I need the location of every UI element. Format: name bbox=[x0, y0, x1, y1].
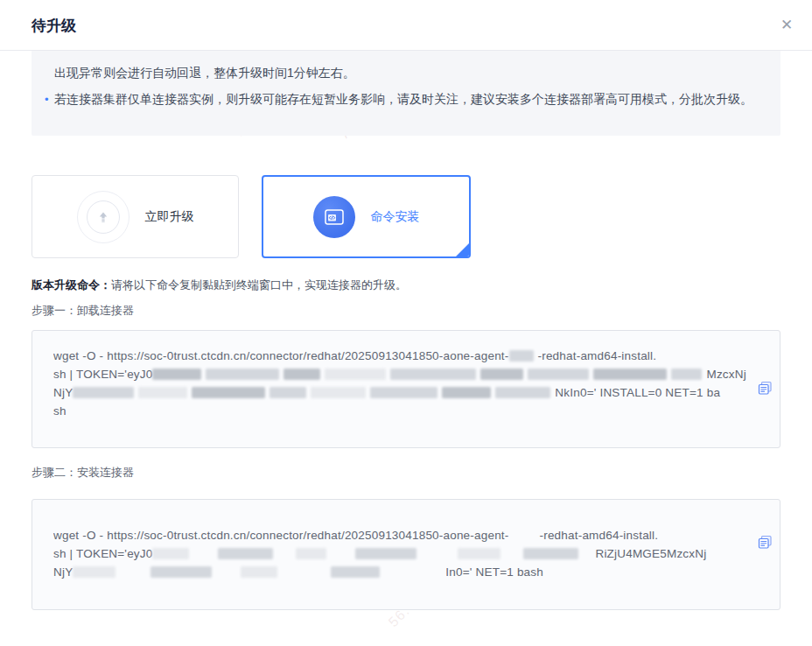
redacted-text bbox=[671, 369, 702, 380]
code-text: sh | TOKEN='eyJ0 bbox=[53, 368, 152, 381]
redacted-text bbox=[150, 566, 212, 578]
dialog-header: 待升级 ✕ bbox=[0, 0, 812, 51]
code-line: NjYNkIn0=' INSTALL=0 NET=1 ba bbox=[53, 383, 746, 402]
redacted-text bbox=[284, 369, 320, 380]
copy-icon[interactable] bbox=[758, 535, 774, 551]
copy-icon[interactable] bbox=[758, 381, 774, 397]
redacted-text bbox=[458, 548, 500, 559]
spacer bbox=[331, 557, 355, 558]
code-line: sh bbox=[53, 402, 746, 420]
code-text: MzcxNj bbox=[706, 368, 746, 381]
command-instructions: 版本升级命令：请将以下命令复制黏贴到终端窗口中，实现连接器的升级。 bbox=[32, 277, 407, 293]
redacted-text bbox=[311, 387, 366, 398]
redacted-text bbox=[390, 369, 476, 380]
code-text: sh | TOKEN='eyJ0 bbox=[53, 547, 152, 560]
command-instructions-text: 请将以下命令复制黏贴到终端窗口中，实现连接器的升级。 bbox=[111, 278, 407, 291]
code-text: -redhat-amd64-install. bbox=[540, 529, 659, 542]
command-install-card[interactable]: 命令安装 bbox=[262, 175, 471, 258]
spacer bbox=[509, 538, 540, 539]
code-line: wget -O - https://soc-0trust.ctcdn.cn/co… bbox=[53, 347, 746, 365]
spacer bbox=[384, 575, 445, 576]
redacted-text bbox=[192, 387, 265, 398]
command-install-label: 命令安装 bbox=[371, 209, 420, 225]
redacted-text bbox=[509, 350, 534, 362]
dialog-title: 待升级 bbox=[32, 16, 76, 36]
spacer bbox=[583, 557, 595, 558]
code-line: wget -O - https://soc-0trust.ctcdn.cn/co… bbox=[53, 526, 746, 544]
step2-label: 步骤二：安装连接器 bbox=[32, 465, 134, 481]
command-instructions-lead: 版本升级命令： bbox=[32, 278, 111, 291]
code-text: NjY bbox=[53, 386, 73, 399]
install-command-block: wget -O - https://soc-0trust.ctcdn.cn/co… bbox=[32, 499, 780, 610]
code-line: sh | TOKEN='eyJ0RiZjU4MGE5MzcxNj bbox=[53, 544, 746, 563]
spacer bbox=[120, 575, 150, 576]
redacted-text bbox=[528, 369, 589, 380]
redacted-text bbox=[331, 566, 380, 578]
spacer bbox=[193, 557, 218, 558]
spacer bbox=[277, 557, 296, 558]
code-text: wget -O - https://soc-0trust.ctcdn.cn/co… bbox=[53, 349, 509, 362]
spacer bbox=[505, 557, 523, 558]
selected-corner-badge bbox=[455, 242, 470, 257]
redacted-text bbox=[296, 548, 326, 559]
uninstall-command-block: wget -O - https://soc-0trust.ctcdn.cn/co… bbox=[32, 330, 780, 448]
spacer bbox=[216, 575, 241, 576]
redacted-text bbox=[152, 369, 201, 380]
redacted-text bbox=[152, 548, 189, 559]
notice-bullet-item: •若连接器集群仅单连接器实例，则升级可能存在短暂业务影响，请及时关注，建议安装多… bbox=[54, 88, 758, 110]
upgrade-now-label: 立即升级 bbox=[145, 209, 194, 225]
redacted-text bbox=[73, 387, 134, 398]
redacted-text bbox=[593, 369, 667, 380]
code-text: -redhat-amd64-install. bbox=[538, 349, 657, 362]
spacer bbox=[282, 575, 331, 576]
step1-label: 步骤一：卸载连接器 bbox=[32, 303, 134, 319]
notice-bullet-text: 若连接器集群仅单连接器实例，则升级可能存在短暂业务影响，请及时关注，建议安装多个… bbox=[54, 92, 752, 106]
upgrade-upload-icon bbox=[77, 191, 130, 243]
code-line: sh | TOKEN='eyJ0MzcxNj bbox=[53, 365, 746, 383]
redacted-text bbox=[480, 369, 523, 380]
redacted-text bbox=[73, 566, 116, 578]
code-text: NkIn0=' INSTALL=0 NET=1 ba bbox=[555, 386, 720, 399]
redacted-text bbox=[370, 387, 438, 398]
redacted-text bbox=[270, 387, 306, 398]
redacted-text bbox=[218, 548, 273, 559]
spacer bbox=[421, 557, 458, 558]
redacted-text bbox=[138, 387, 187, 398]
redacted-text bbox=[442, 387, 491, 398]
redacted-text bbox=[355, 548, 416, 559]
notice-line: 出现异常则会进行自动回退，整体升级时间1分钟左右。 bbox=[54, 62, 758, 84]
redacted-text bbox=[495, 387, 550, 398]
code-text: sh bbox=[53, 404, 66, 418]
upgrade-dialog: 17:56:41 2025/10/20 AONE 沈 56:41 待升级 ✕ 出… bbox=[0, 0, 812, 646]
code-text: wget -O - https://soc-0trust.ctcdn.cn/co… bbox=[53, 529, 509, 542]
redacted-text bbox=[325, 369, 386, 380]
code-text: RiZjU4MGE5MzcxNj bbox=[595, 547, 706, 560]
redacted-text bbox=[206, 369, 279, 380]
code-text: NjY bbox=[53, 565, 73, 579]
code-text: In0=' NET=1 bash bbox=[445, 565, 543, 579]
redacted-text bbox=[241, 566, 277, 578]
upgrade-now-card[interactable]: 立即升级 bbox=[32, 175, 239, 258]
close-icon[interactable]: ✕ bbox=[777, 16, 796, 35]
code-line: NjYIn0=' NET=1 bash bbox=[53, 563, 746, 581]
bullet-icon: • bbox=[45, 88, 49, 110]
redacted-text bbox=[523, 548, 578, 559]
upgrade-notice-box: 出现异常则会进行自动回退，整体升级时间1分钟左右。 •若连接器集群仅单连接器实例… bbox=[32, 51, 780, 136]
terminal-command-icon bbox=[313, 196, 355, 238]
